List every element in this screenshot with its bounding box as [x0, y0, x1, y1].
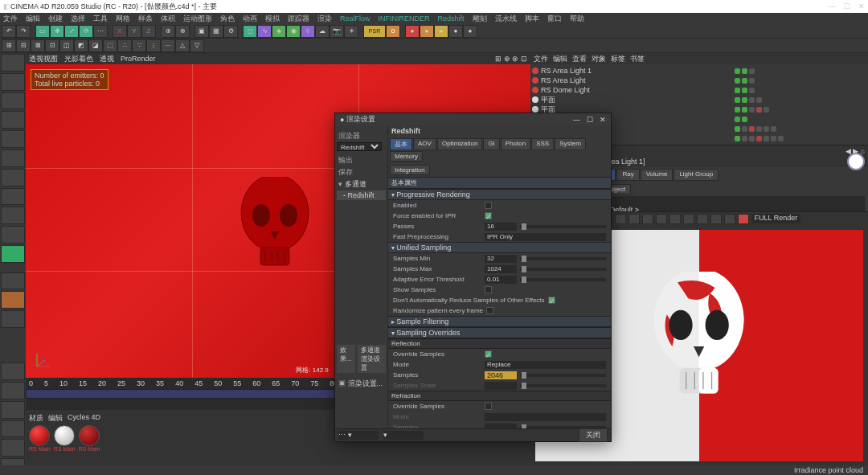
- menu-item[interactable]: 流水线: [495, 14, 517, 24]
- pv-tool-icon[interactable]: [669, 214, 681, 224]
- menu-item[interactable]: 模拟: [265, 14, 280, 24]
- side-item-save[interactable]: 保存: [337, 166, 386, 178]
- tool-move[interactable]: ✥: [50, 25, 64, 38]
- refl-samples-slider[interactable]: [520, 374, 606, 377]
- menu-item[interactable]: 运动图形: [183, 14, 212, 24]
- menu-item[interactable]: 脚本: [525, 14, 539, 24]
- rs-tab-photon[interactable]: Photon: [501, 138, 530, 150]
- vis-dot[interactable]: [742, 68, 747, 74]
- prim-cam-icon[interactable]: 📷: [330, 25, 344, 38]
- prim-generator-icon[interactable]: ◈: [272, 25, 286, 38]
- rs-tool-3[interactable]: ●: [434, 25, 448, 38]
- prim-env-icon[interactable]: ☁: [315, 25, 330, 38]
- snap-tool[interactable]: ⊡: [45, 39, 59, 52]
- rs-tab-system[interactable]: System: [555, 138, 586, 150]
- samples-max-field[interactable]: 1024: [485, 265, 517, 273]
- close-icon[interactable]: ✕: [858, 2, 865, 10]
- pv-tool-icon[interactable]: [615, 214, 626, 224]
- pv-tool-icon[interactable]: [724, 214, 735, 224]
- render-settings-link[interactable]: ▣ 渲染设置...: [337, 378, 386, 390]
- refr-override-checkbox[interactable]: [485, 403, 492, 410]
- palette-icon[interactable]: [1, 439, 25, 457]
- object-row[interactable]: 平面: [532, 95, 731, 104]
- mode-model-icon[interactable]: [1, 54, 25, 72]
- axis-y-icon[interactable]: Y: [127, 25, 141, 38]
- rs-tab-integration[interactable]: Integration: [390, 165, 430, 175]
- samples-max-slider[interactable]: [520, 268, 606, 271]
- multipass-button[interactable]: 多通道渲染设置: [358, 345, 386, 373]
- snap-tool[interactable]: ∵: [132, 39, 146, 52]
- snap-mode-icon[interactable]: [1, 291, 25, 309]
- refl-scale-field[interactable]: [485, 382, 517, 390]
- om-tab[interactable]: 文件: [534, 54, 548, 64]
- dialog-maximize-icon[interactable]: ☐: [587, 116, 593, 124]
- mode-extra2-icon[interactable]: [1, 226, 25, 244]
- axis-z-icon[interactable]: Z: [141, 25, 156, 38]
- refr-mode-select[interactable]: [485, 413, 606, 421]
- menu-item[interactable]: 选择: [71, 14, 85, 24]
- render-view-icon[interactable]: ▣: [194, 25, 209, 38]
- fast-preproc-select[interactable]: IPR Only: [485, 233, 606, 241]
- refl-samples-field[interactable]: 2046: [485, 371, 517, 379]
- pv-tool-icon[interactable]: [697, 214, 708, 224]
- vp-tab[interactable]: 光影着色: [64, 54, 93, 64]
- prim-deformer-icon[interactable]: ◊: [301, 25, 315, 38]
- samples-min-slider[interactable]: [520, 257, 606, 260]
- passes-field[interactable]: 16: [485, 223, 517, 231]
- side-item-output[interactable]: 输出: [337, 154, 386, 166]
- menu-item-realflow[interactable]: RealFlow: [340, 14, 371, 23]
- pv-tool-icon[interactable]: [710, 214, 722, 224]
- pv-render-mode[interactable]: FULL Render: [751, 214, 801, 223]
- aet-field[interactable]: 0.01: [485, 276, 517, 284]
- rs-tab-gi[interactable]: GI: [483, 138, 499, 150]
- close-button[interactable]: 关闭: [579, 428, 608, 442]
- tool-rotate[interactable]: ⟳: [79, 25, 93, 38]
- vp-nav-icon[interactable]: ⊞ ⊕ ⊗ ⊡: [495, 55, 527, 63]
- renderer-select[interactable]: Redshift: [337, 142, 382, 151]
- refl-scale-slider[interactable]: [520, 384, 606, 387]
- show-samples-checkbox[interactable]: [485, 286, 492, 293]
- rs-tab-basic[interactable]: 基本: [390, 138, 412, 150]
- object-row[interactable]: RS Dome Light: [532, 85, 731, 95]
- mode-texture-icon[interactable]: [1, 169, 25, 186]
- vp-tab[interactable]: ProRender: [121, 55, 156, 63]
- prim-spline-icon[interactable]: ∿: [257, 25, 272, 38]
- pv-tool-icon[interactable]: [628, 214, 640, 224]
- tool-coord[interactable]: ⊕: [161, 25, 175, 38]
- randomize-checkbox[interactable]: [486, 307, 493, 314]
- menu-item[interactable]: 编辑: [26, 14, 40, 24]
- attr-tab-volume[interactable]: Volume: [641, 169, 674, 181]
- enabled-checkbox[interactable]: [485, 202, 492, 209]
- object-row[interactable]: RS Area Light 1: [532, 66, 731, 76]
- object-row[interactable]: RS Area Light: [532, 76, 731, 85]
- menu-item-redshift[interactable]: Redshift: [438, 14, 465, 23]
- section-sampling-overrides[interactable]: ▾ Sampling Overrides: [388, 327, 611, 338]
- rs-tab-sss[interactable]: SSS: [531, 138, 554, 150]
- aet-slider[interactable]: [520, 278, 606, 281]
- dialog-close-icon[interactable]: ✕: [600, 116, 606, 124]
- mode-point-icon[interactable]: [1, 111, 25, 129]
- mode-object-icon[interactable]: [1, 73, 25, 91]
- attr-tab-lightgroup[interactable]: Light Group: [674, 169, 719, 181]
- snap-toggle-icon[interactable]: [1, 272, 25, 290]
- refl-override-checkbox[interactable]: ✓: [485, 350, 492, 358]
- mat-tab[interactable]: 材质: [29, 413, 43, 424]
- palette-icon[interactable]: [1, 382, 25, 399]
- maximize-icon[interactable]: ☐: [844, 2, 850, 10]
- minimize-icon[interactable]: —: [829, 2, 836, 10]
- palette-icon[interactable]: [1, 401, 25, 419]
- palette-icon[interactable]: [1, 420, 25, 438]
- footer-select-2[interactable]: ▾: [383, 431, 424, 440]
- dollar-icon[interactable]: [1, 245, 25, 263]
- rs-tab-opt[interactable]: Optimization: [437, 138, 482, 150]
- footer-select-1[interactable]: ⋯ ▾: [338, 431, 379, 440]
- menu-item-infinirender[interactable]: INFINIRENDER: [379, 14, 430, 23]
- snap-tool[interactable]: ⋯: [161, 39, 175, 52]
- tool-coord2[interactable]: ⊗: [175, 25, 190, 38]
- path-field[interactable]: [601, 196, 865, 205]
- section-unified[interactable]: ▾ Unified Sampling: [388, 242, 611, 253]
- menu-item[interactable]: 动画: [243, 14, 257, 24]
- mode-edge-icon[interactable]: [1, 130, 25, 148]
- menu-item[interactable]: 体积: [161, 14, 175, 24]
- om-tab[interactable]: 标签: [611, 54, 625, 64]
